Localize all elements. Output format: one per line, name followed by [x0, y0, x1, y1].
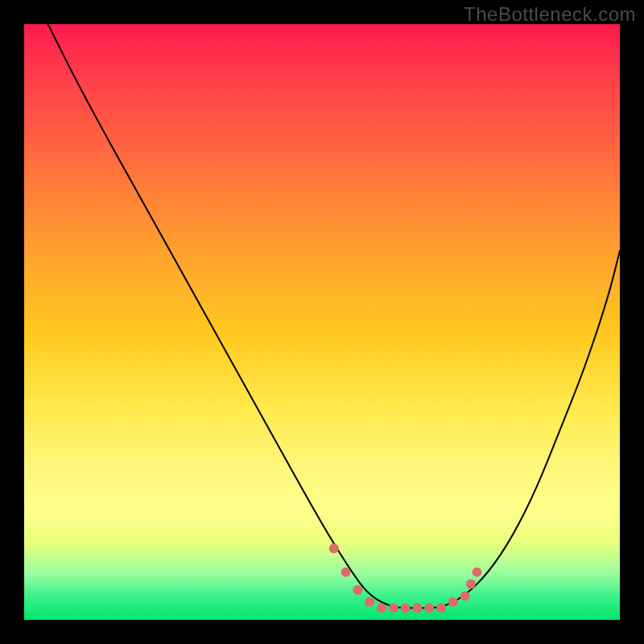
marker-dot: [401, 603, 411, 613]
marker-dot: [460, 591, 470, 601]
marker-dot: [424, 603, 434, 613]
marker-dot: [341, 568, 351, 577]
watermark-text: TheBottleneck.com: [464, 3, 636, 26]
marker-dot: [448, 597, 458, 607]
marker-dot: [436, 603, 446, 613]
curve-layer: [48, 24, 620, 608]
chart-frame: TheBottleneck.com: [0, 0, 644, 644]
bottleneck-curve: [48, 24, 620, 608]
marker-layer: [329, 543, 482, 613]
chart-svg: [24, 24, 620, 620]
marker-dot: [329, 543, 339, 553]
plot-area: [24, 24, 620, 620]
marker-dot: [466, 580, 476, 589]
marker-dot: [412, 603, 422, 613]
marker-dot: [389, 603, 398, 613]
marker-dot: [377, 603, 386, 613]
marker-dot: [365, 597, 374, 607]
marker-dot: [353, 585, 362, 595]
marker-dot: [472, 568, 481, 577]
